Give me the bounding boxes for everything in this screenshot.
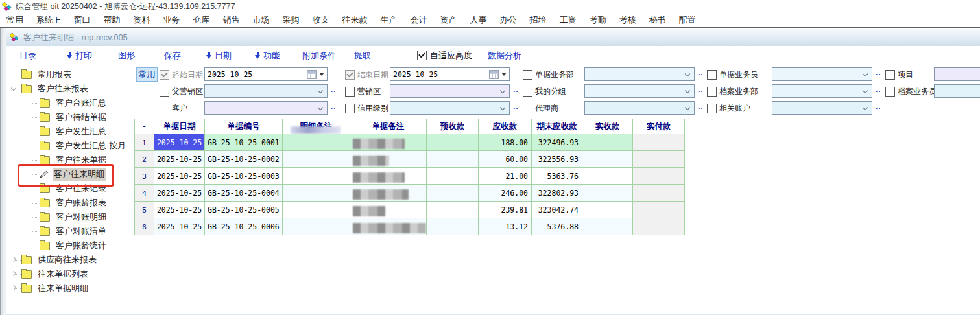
received-cell[interactable] bbox=[582, 134, 633, 151]
receivable-cell[interactable]: 60.00 bbox=[479, 151, 532, 168]
menu-item[interactable]: 仓库 bbox=[187, 14, 217, 26]
tree-item[interactable]: 客户账龄报表 bbox=[6, 196, 134, 210]
doc-number-cell[interactable]: GB-25-10-25-0004 bbox=[205, 185, 283, 202]
filter-checkbox[interactable] bbox=[160, 87, 169, 97]
tree-item[interactable]: 客户往来单据 bbox=[6, 153, 134, 167]
toolbar-button[interactable]: 附加条件 bbox=[302, 46, 336, 65]
filter-checkbox[interactable] bbox=[345, 104, 355, 113]
date-input[interactable]: 2025-10-25 bbox=[390, 67, 510, 81]
toolbar-button[interactable]: 打印 bbox=[67, 46, 92, 65]
paid-cell[interactable] bbox=[633, 168, 685, 185]
ending-receivable-cell[interactable]: 5363.76 bbox=[532, 168, 582, 185]
prepaid-cell[interactable] bbox=[427, 134, 479, 151]
filter-select[interactable] bbox=[772, 101, 872, 115]
ending-receivable-cell[interactable]: 323042.74 bbox=[532, 202, 582, 218]
toolbar-button[interactable]: 提取 bbox=[354, 46, 371, 65]
menu-item[interactable]: 往来款 bbox=[336, 14, 374, 26]
expand-arrow-icon[interactable] bbox=[11, 257, 16, 262]
filter-checkbox[interactable] bbox=[885, 70, 895, 80]
down-arrow-icon[interactable] bbox=[255, 52, 261, 59]
filter-checkbox[interactable] bbox=[523, 70, 532, 80]
tree-item[interactable]: 客户往来报表 bbox=[6, 82, 134, 96]
doc-date-cell[interactable]: 2025-10-25 bbox=[154, 134, 205, 151]
tree-item[interactable]: 客户发生汇总 bbox=[6, 124, 134, 139]
ending-receivable-cell[interactable]: 322802.93 bbox=[532, 185, 582, 202]
paid-cell[interactable] bbox=[633, 134, 685, 151]
filter-select[interactable] bbox=[772, 67, 872, 81]
column-header[interactable]: 预收款 bbox=[427, 119, 479, 134]
filter-tab-common[interactable]: 常用 bbox=[136, 67, 158, 82]
paid-cell[interactable] bbox=[633, 151, 685, 168]
tree-item[interactable]: 客户台账汇总 bbox=[6, 96, 134, 110]
table-row[interactable]: 4 2025-10-25 GB-25-10-25-0004 246.00 322… bbox=[135, 185, 685, 202]
detail-note-cell[interactable] bbox=[283, 185, 350, 202]
filter-input[interactable] bbox=[934, 84, 980, 98]
table-row[interactable]: 3 2025-10-25 GB-25-10-25-0003 21.00 5363… bbox=[135, 168, 685, 185]
filter-select[interactable] bbox=[204, 101, 328, 115]
doc-date-cell[interactable]: 2025-10-25 bbox=[154, 168, 205, 185]
checkbox-icon[interactable] bbox=[417, 51, 427, 60]
menu-item[interactable]: 销售 bbox=[217, 14, 246, 26]
expand-arrow-icon[interactable] bbox=[11, 285, 16, 290]
tree-item[interactable]: 客户账龄统计 bbox=[6, 239, 134, 253]
filter-checkbox[interactable] bbox=[523, 87, 532, 97]
menu-item[interactable]: 常用 bbox=[0, 14, 30, 26]
menu-item[interactable]: 市场 bbox=[246, 14, 276, 26]
toolbar-button[interactable]: 目录 bbox=[19, 46, 36, 65]
expand-arrow-icon[interactable] bbox=[11, 86, 16, 91]
filter-select[interactable] bbox=[204, 84, 328, 98]
detail-note-cell[interactable] bbox=[283, 202, 350, 218]
menu-item[interactable]: 资料 bbox=[127, 14, 157, 26]
ending-receivable-cell[interactable]: 322496.93 bbox=[532, 134, 582, 151]
filter-select[interactable] bbox=[584, 84, 695, 98]
menu-item[interactable]: 人事 bbox=[464, 14, 494, 26]
menu-item[interactable]: 系统 F bbox=[30, 14, 67, 26]
tree-item[interactable]: 客户往来明细 bbox=[6, 167, 134, 181]
menu-item[interactable]: 采购 bbox=[276, 14, 306, 26]
tree-item[interactable]: 客户待结单据 bbox=[6, 110, 134, 124]
down-arrow-icon[interactable] bbox=[206, 52, 212, 59]
toolbar-button[interactable]: 保存 bbox=[164, 46, 181, 65]
filter-select[interactable] bbox=[390, 84, 510, 98]
detail-note-cell[interactable] bbox=[283, 151, 350, 168]
doc-date-cell[interactable]: 2025-10-25 bbox=[154, 151, 205, 168]
menu-item[interactable]: 办公 bbox=[494, 14, 523, 26]
prepaid-cell[interactable] bbox=[427, 202, 479, 218]
menu-item[interactable]: 生产 bbox=[374, 14, 404, 26]
column-header[interactable]: 实收款 bbox=[582, 119, 633, 134]
doc-note-cell[interactable] bbox=[350, 218, 427, 235]
filter-checkbox[interactable] bbox=[707, 70, 717, 80]
received-cell[interactable] bbox=[582, 202, 633, 218]
prepaid-cell[interactable] bbox=[427, 218, 479, 235]
menu-item[interactable]: 收支 bbox=[306, 14, 336, 26]
doc-note-cell[interactable] bbox=[350, 168, 427, 185]
expand-arrow-icon[interactable] bbox=[11, 271, 16, 276]
filter-select[interactable] bbox=[584, 67, 695, 81]
receivable-cell[interactable]: 13.12 bbox=[479, 218, 532, 235]
doc-note-cell[interactable] bbox=[350, 185, 427, 202]
column-header[interactable]: 应收款 bbox=[479, 119, 532, 134]
column-header[interactable]: 明细备注 bbox=[283, 119, 350, 134]
prepaid-cell[interactable] bbox=[427, 168, 479, 185]
filter-checkbox[interactable] bbox=[523, 104, 532, 113]
row-number-cell[interactable]: 6 bbox=[135, 218, 154, 235]
doc-number-cell[interactable]: GB-25-10-25-0005 bbox=[205, 202, 283, 218]
row-number-cell[interactable]: 4 bbox=[135, 185, 154, 202]
calendar-icon[interactable] bbox=[307, 70, 317, 79]
detail-note-cell[interactable] bbox=[283, 168, 350, 185]
menu-item[interactable]: 考勤 bbox=[583, 14, 613, 26]
toolbar-button[interactable]: 日期 bbox=[206, 46, 232, 65]
receivable-cell[interactable]: 188.00 bbox=[479, 134, 532, 151]
row-number-cell[interactable]: 5 bbox=[135, 202, 154, 218]
filter-select[interactable] bbox=[390, 101, 510, 115]
menu-item[interactable]: 秘书 bbox=[643, 14, 673, 26]
ending-receivable-cell[interactable]: 5376.88 bbox=[532, 218, 582, 235]
column-header[interactable]: 单据编号 bbox=[205, 119, 283, 134]
filter-checkbox[interactable] bbox=[885, 87, 895, 97]
doc-number-cell[interactable]: GB-25-10-25-0001 bbox=[205, 134, 283, 151]
detail-note-cell[interactable] bbox=[283, 134, 350, 151]
menu-item[interactable]: 会计 bbox=[404, 14, 434, 26]
row-number-cell[interactable]: 3 bbox=[135, 168, 154, 185]
table-row[interactable]: 1 2025-10-25 GB-25-10-25-0001 188.00 322… bbox=[135, 134, 685, 151]
tree-item[interactable]: 往来单据明细 bbox=[6, 281, 134, 296]
